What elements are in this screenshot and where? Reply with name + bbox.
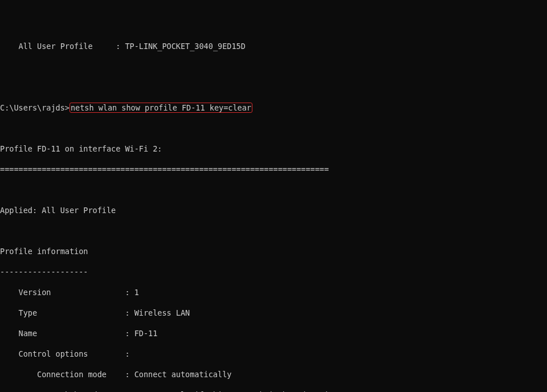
output-line: Connection mode : Connect automatically: [0, 369, 547, 379]
output-line: Network broadcast : Connect only if this…: [0, 390, 547, 392]
section-title: Profile information: [0, 246, 547, 256]
output-line: Profile FD-11 on interface Wi-Fi 2:: [0, 144, 547, 154]
output-line: Control options :: [0, 349, 547, 359]
label: All User Profile :: [0, 42, 125, 51]
blank-line: [0, 123, 547, 133]
blank-line: [0, 185, 547, 195]
blank-line: [0, 82, 547, 92]
blank-line: [0, 226, 547, 236]
highlight-command: netsh wlan show profile FD-11 key=clear: [70, 103, 252, 113]
prompt-path: C:\Users\rajds>: [0, 103, 70, 112]
blank-line: [0, 62, 547, 72]
terminal-output[interactable]: All User Profile : TP-LINK_POCKET_3040_9…: [0, 31, 547, 392]
output-line: Type : Wireless LAN: [0, 308, 547, 318]
value: TP-LINK_POCKET_3040_9ED15D: [125, 42, 245, 51]
output-line: Name : FD-11: [0, 328, 547, 338]
output-line: Applied: All User Profile: [0, 205, 547, 215]
output-line: Version : 1: [0, 287, 547, 297]
output-line: ========================================…: [0, 164, 547, 174]
prompt-line: C:\Users\rajds>netsh wlan show profile F…: [0, 103, 547, 113]
section-dash: -------------------: [0, 267, 547, 277]
output-line: All User Profile : TP-LINK_POCKET_3040_9…: [0, 41, 547, 51]
